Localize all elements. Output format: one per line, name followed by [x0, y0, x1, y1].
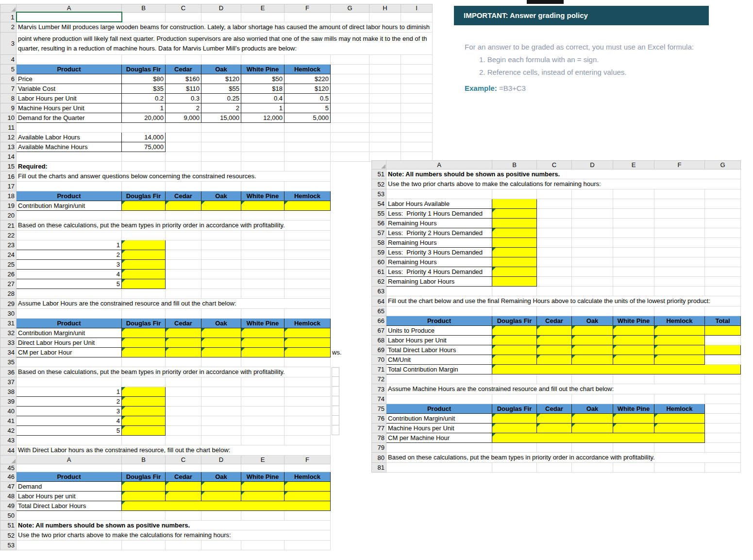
- note-cell-A51[interactable]: Note: All numbers should be shown as pos…: [17, 521, 331, 530]
- input-cell-D33[interactable]: [201, 338, 241, 348]
- row-header-74[interactable]: 74: [372, 394, 386, 404]
- cell-A20[interactable]: [17, 211, 122, 221]
- value-cell-E8[interactable]: 0.4: [241, 94, 284, 103]
- row-header-53[interactable]: 53: [372, 189, 386, 199]
- cell-I5[interactable]: [401, 65, 433, 74]
- cell-B37[interactable]: [122, 377, 166, 387]
- row-header-37[interactable]: 37: [0, 377, 17, 387]
- cell-E50[interactable]: [241, 511, 284, 521]
- value-cell-A39[interactable]: 2: [17, 397, 122, 407]
- cell-G63[interactable]: [705, 287, 741, 296]
- cell-H12[interactable]: [369, 133, 401, 142]
- cell-B53[interactable]: [122, 541, 166, 550]
- input-cell-E48[interactable]: [241, 492, 284, 501]
- header-cell-D5[interactable]: Oak: [201, 65, 241, 74]
- value-cell-F6[interactable]: $220: [284, 74, 331, 84]
- input-cell-F69[interactable]: [654, 345, 705, 355]
- cell-I7[interactable]: [401, 84, 433, 94]
- cell-F26[interactable]: [284, 270, 331, 279]
- cell-E81[interactable]: [613, 463, 654, 473]
- header-cell-C31[interactable]: Cedar: [166, 319, 201, 328]
- label-cell-A54[interactable]: Labor Hours Available: [386, 199, 492, 209]
- cell-C39[interactable]: [166, 397, 201, 407]
- cell-G54[interactable]: [705, 199, 741, 209]
- cell-F40[interactable]: [284, 407, 331, 416]
- cell-D37[interactable]: [201, 377, 241, 387]
- value-cell-A38[interactable]: 1: [17, 387, 122, 397]
- cell-G59[interactable]: [705, 248, 741, 257]
- input-cell-B54[interactable]: [492, 199, 537, 209]
- cell-E30[interactable]: [241, 309, 284, 319]
- row-header-8[interactable]: 8: [0, 94, 17, 103]
- value-cell-A26[interactable]: 4: [17, 270, 122, 279]
- cell-E79[interactable]: [613, 443, 654, 453]
- cell-C1[interactable]: [166, 12, 201, 22]
- input-cell-B42[interactable]: [122, 426, 166, 436]
- value-cell-C6[interactable]: $160: [166, 74, 201, 84]
- input-cell-B55[interactable]: [492, 209, 537, 219]
- row-header-32[interactable]: 32: [0, 328, 17, 338]
- row-header-9[interactable]: 9: [0, 103, 17, 113]
- cell-F12[interactable]: [284, 133, 331, 142]
- label-cell-A33[interactable]: Direct Labor Hours per Unit: [17, 338, 122, 348]
- cell-A74[interactable]: [386, 394, 492, 404]
- cell-D22[interactable]: [201, 231, 241, 240]
- cell-C81[interactable]: [537, 463, 572, 473]
- cell-F38[interactable]: [284, 387, 331, 397]
- input-cell-E69[interactable]: [613, 345, 654, 355]
- input-cell-F33[interactable]: [284, 338, 331, 348]
- input-cell-D48[interactable]: [201, 492, 241, 501]
- label-cell-A78[interactable]: CM per Machine Hour: [386, 433, 492, 443]
- cell-B65[interactable]: [492, 306, 537, 316]
- cell-F41[interactable]: [284, 416, 331, 426]
- row-header-51[interactable]: 51: [0, 521, 17, 530]
- cell-E53[interactable]: [613, 189, 654, 199]
- cell-B30[interactable]: [122, 309, 166, 319]
- value-cell-B6[interactable]: $80: [122, 74, 166, 84]
- cell-F79[interactable]: [654, 443, 705, 453]
- row-header-57[interactable]: 57: [372, 228, 386, 238]
- cell-A4[interactable]: [17, 55, 122, 65]
- cell-E43[interactable]: [241, 436, 284, 445]
- value-cell-A25[interactable]: 3: [17, 260, 122, 270]
- cell-E74[interactable]: [613, 394, 654, 404]
- value-cell-C7[interactable]: $110: [166, 84, 201, 94]
- cell-E45[interactable]: [241, 464, 284, 472]
- column-header-D[interactable]: D: [201, 456, 241, 464]
- cell-I11[interactable]: [401, 123, 433, 133]
- cell-C26[interactable]: [166, 270, 201, 279]
- cell-D56[interactable]: [572, 219, 613, 228]
- cell-F23[interactable]: [284, 240, 331, 250]
- cell-C54[interactable]: [537, 199, 572, 209]
- cell-D81[interactable]: [572, 463, 613, 473]
- cell-I10[interactable]: [401, 113, 433, 123]
- cell-G1[interactable]: [331, 12, 369, 22]
- label-cell-A19[interactable]: Contribution Margin/unit: [17, 201, 122, 211]
- input-cell-D68[interactable]: [572, 336, 613, 345]
- header-cell-A5[interactable]: Product: [17, 65, 122, 74]
- column-header-B[interactable]: B: [122, 4, 166, 13]
- cell-F81[interactable]: [654, 463, 705, 473]
- cell-B22[interactable]: [122, 231, 166, 240]
- cell-G75[interactable]: [705, 404, 741, 414]
- cell-F42[interactable]: [284, 426, 331, 436]
- cell-B72[interactable]: [492, 374, 537, 384]
- cell-I6[interactable]: [401, 74, 433, 84]
- cell-E25[interactable]: [241, 260, 284, 270]
- cell-C27[interactable]: [166, 279, 201, 289]
- input-cell-B61[interactable]: [492, 267, 537, 277]
- cell-D62[interactable]: [572, 277, 613, 287]
- row-header-44[interactable]: 44: [0, 445, 17, 456]
- input-cell-B23[interactable]: [122, 240, 166, 250]
- header-cell-B31[interactable]: Douglas Fir: [122, 319, 166, 328]
- row-header-64[interactable]: 64: [372, 296, 386, 306]
- value-cell-C10[interactable]: 9,000: [166, 113, 201, 123]
- value-cell-A42[interactable]: 5: [17, 426, 122, 436]
- header-cell-E66[interactable]: White Pine: [613, 316, 654, 326]
- cell-C45[interactable]: [166, 464, 201, 472]
- cell-F65[interactable]: [654, 306, 705, 316]
- cell-I12[interactable]: [401, 133, 433, 142]
- header-cell-A66[interactable]: Product: [386, 316, 492, 326]
- cell-F35[interactable]: [284, 357, 331, 367]
- row-header-3[interactable]: 3: [0, 33, 17, 55]
